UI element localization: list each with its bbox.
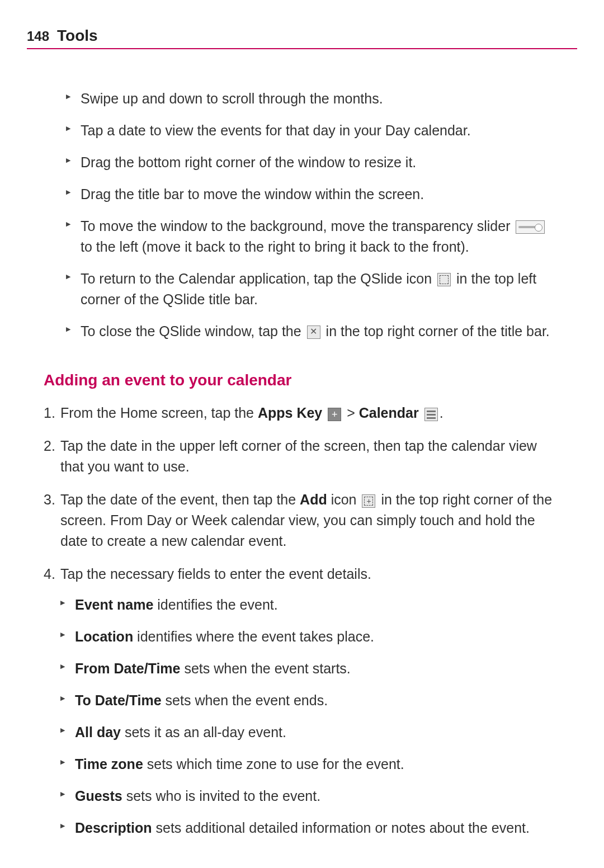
step-3: Tap the date of the event, then tap the … — [44, 489, 560, 551]
text: icon — [327, 492, 361, 507]
subheading: Adding an event to your calendar — [44, 369, 560, 391]
qslide-tips-list: Swipe up and down to scroll through the … — [66, 88, 560, 342]
text: . — [440, 405, 443, 421]
field-desc: sets it as an all-day event. — [121, 724, 286, 740]
step-2: Tap the date in the upper left corner of… — [44, 436, 560, 477]
field-name: Location — [75, 629, 133, 644]
field-desc: sets which time zone to use for the even… — [143, 756, 404, 772]
text: to the left (move it back to the right t… — [81, 239, 469, 254]
transparency-slider-icon — [516, 220, 545, 234]
field-desc: identifies where the event takes place. — [133, 629, 374, 644]
page-number: 148 — [27, 29, 49, 44]
list-item: To close the QSlide window, tap the ✕ in… — [66, 321, 560, 342]
list-item: Location identifies where the event take… — [60, 626, 560, 647]
add-label: Add — [300, 492, 327, 507]
calendar-label: Calendar — [359, 405, 419, 421]
field-desc: sets who is invited to the event. — [122, 788, 320, 804]
list-item: Time zone sets which time zone to use fo… — [60, 754, 560, 775]
field-name: Description — [75, 820, 152, 836]
field-name: Guests — [75, 788, 122, 804]
list-item: To Date/Time sets when the event ends. — [60, 690, 560, 711]
text: > — [343, 405, 359, 421]
step-1: From the Home screen, tap the Apps Key >… — [44, 403, 560, 423]
list-item: Drag the bottom right corner of the wind… — [66, 152, 560, 173]
field-desc: sets when the event starts. — [180, 661, 350, 676]
list-item: From Date/Time sets when the event start… — [60, 658, 560, 679]
steps-list: From the Home screen, tap the Apps Key >… — [44, 403, 560, 838]
list-item: All day sets it as an all-day event. — [60, 722, 560, 743]
list-item: Description sets additional detailed inf… — [60, 818, 560, 838]
add-icon — [362, 494, 375, 508]
event-fields-list: Event name identifies the event. Locatio… — [60, 595, 560, 838]
field-desc: sets when the event ends. — [162, 692, 328, 708]
apps-key-icon — [328, 408, 341, 421]
text: To move the window to the background, mo… — [81, 218, 514, 234]
text: in the top right corner of the title bar… — [326, 323, 550, 339]
page-content: Swipe up and down to scroll through the … — [27, 88, 577, 838]
calendar-icon — [424, 408, 438, 421]
field-desc: identifies the event. — [153, 597, 277, 612]
list-item: Event name identifies the event. — [60, 595, 560, 615]
list-item: Swipe up and down to scroll through the … — [66, 88, 560, 109]
field-name: All day — [75, 724, 121, 740]
text: From the Home screen, tap the — [60, 405, 258, 421]
text: Tap the date of the event, then tap the — [60, 492, 300, 507]
section-title: Tools — [57, 27, 98, 45]
list-item: To move the window to the background, mo… — [66, 216, 560, 257]
apps-key-label: Apps Key — [258, 405, 322, 421]
manual-page: 148 Tools Swipe up and down to scroll th… — [0, 0, 604, 868]
text: To close the QSlide window, tap the — [81, 323, 305, 339]
field-desc: sets additional detailed information or … — [152, 820, 530, 836]
field-name: Time zone — [75, 756, 143, 772]
text: To return to the Calendar application, t… — [81, 271, 436, 286]
field-name: From Date/Time — [75, 661, 180, 676]
field-name: Event name — [75, 597, 153, 612]
list-item: Tap a date to view the events for that d… — [66, 120, 560, 141]
field-name: To Date/Time — [75, 692, 162, 708]
text: Tap the necessary fields to enter the ev… — [60, 566, 371, 582]
page-header: 148 Tools — [27, 27, 577, 49]
qslide-expand-icon — [437, 273, 451, 286]
list-item: To return to the Calendar application, t… — [66, 268, 560, 310]
list-item: Drag the title bar to move the window wi… — [66, 184, 560, 205]
close-icon: ✕ — [307, 326, 320, 339]
step-4: Tap the necessary fields to enter the ev… — [44, 564, 560, 838]
list-item: Guests sets who is invited to the event. — [60, 786, 560, 806]
